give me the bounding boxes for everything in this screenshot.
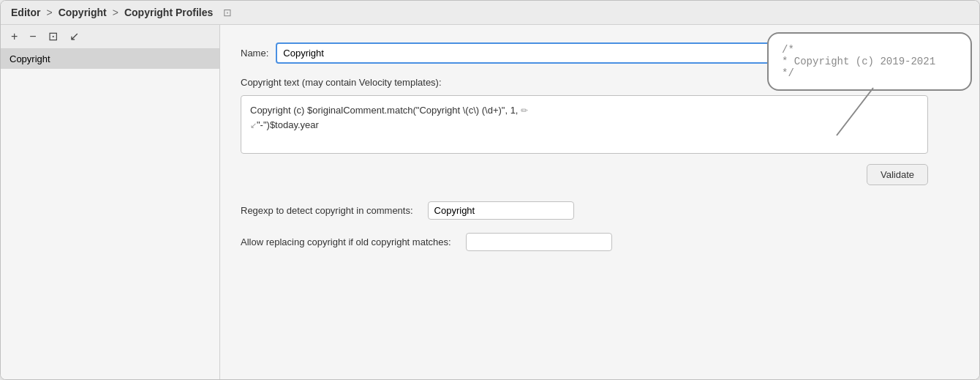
copyright-text-value: Copyright (c) $originalComment.match("Co… (250, 105, 528, 130)
breadcrumb-profiles: Copyright Profiles (124, 7, 213, 18)
callout-tail (829, 88, 917, 139)
callout-line1: /* (782, 44, 957, 56)
main-area: + − ⊡ ↙ Copyright /* * Copyright (c) 201… (1, 25, 979, 379)
sidebar-toolbar: + − ⊡ ↙ (1, 25, 219, 49)
main-window: Editor > Copyright > Copyright Profiles … (0, 0, 980, 380)
svg-line-0 (837, 88, 873, 135)
regexp-label: Regexp to detect copyright in comments: (241, 205, 413, 216)
window-icon: ⊡ (223, 7, 232, 18)
add-button[interactable]: + (8, 29, 20, 44)
reset-button[interactable]: ↙ (67, 29, 82, 44)
allow-replacing-row: Allow replacing copyright if old copyrig… (241, 233, 959, 251)
callout-line2: * Copyright (c) 2019-2021 (782, 56, 957, 67)
remove-button[interactable]: − (26, 29, 39, 44)
sidebar-item-copyright[interactable]: Copyright (1, 49, 219, 69)
titlebar: Editor > Copyright > Copyright Profiles … (1, 1, 979, 25)
breadcrumb-editor: Editor (11, 7, 40, 18)
edit-icon-1: ✏ (521, 105, 528, 116)
regexp-input[interactable] (428, 201, 574, 220)
allow-replacing-input[interactable] (466, 233, 612, 251)
breadcrumb-sep1: > (46, 7, 52, 18)
name-label: Name: (241, 48, 268, 59)
sidebar: + − ⊡ ↙ Copyright (1, 25, 220, 379)
callout-line3: */ (782, 67, 957, 79)
regexp-row: Regexp to detect copyright in comments: (241, 201, 959, 220)
breadcrumb-sep2: > (113, 7, 118, 18)
copyright-text-area[interactable]: Copyright (c) $originalComment.match("Co… (241, 95, 928, 154)
sidebar-list: Copyright (1, 49, 219, 379)
breadcrumb-copyright: Copyright (59, 7, 107, 18)
allow-replacing-label: Allow replacing copyright if old copyrig… (241, 236, 451, 247)
copy-button[interactable]: ⊡ (45, 29, 61, 44)
validate-button[interactable]: Validate (867, 164, 928, 185)
content-area: /* * Copyright (c) 2019-2021 */ Name: Co… (220, 25, 979, 379)
callout-bubble: /* * Copyright (c) 2019-2021 */ (767, 32, 972, 91)
continuation-icon: ↙ (250, 121, 257, 130)
validate-row: Validate (241, 164, 928, 185)
